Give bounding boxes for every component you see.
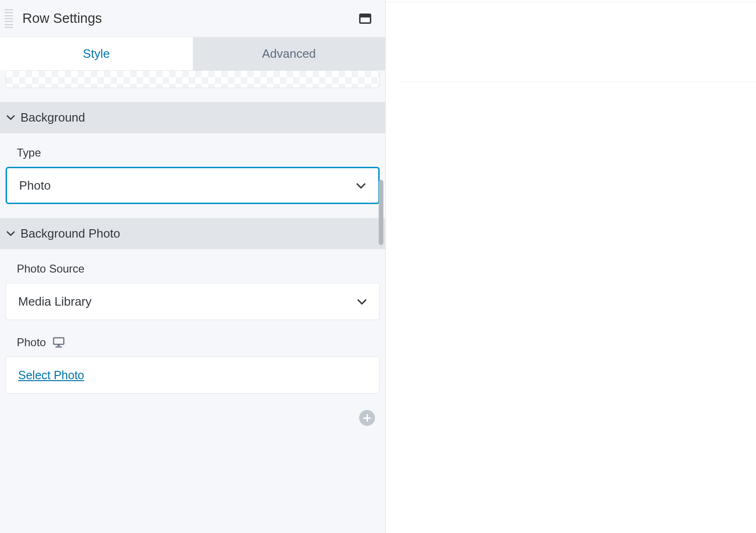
svg-rect-4 xyxy=(55,347,62,348)
photo-source-select[interactable]: Media Library xyxy=(6,283,380,320)
panel-title: Row Settings xyxy=(22,11,102,26)
divider xyxy=(386,2,756,2)
section-header-background[interactable]: Background xyxy=(0,102,385,133)
field-label-photo: Photo xyxy=(6,336,380,349)
field-label-type: Type xyxy=(6,146,380,159)
section-body-background-photo: Photo Source Media Library Photo xyxy=(0,249,385,408)
tab-style[interactable]: Style xyxy=(0,37,193,70)
svg-rect-2 xyxy=(54,338,64,344)
divider xyxy=(400,81,756,82)
transparency-checker xyxy=(6,71,379,88)
chevron-down-icon xyxy=(357,296,367,307)
add-button[interactable] xyxy=(359,410,375,426)
window-icon xyxy=(359,14,371,24)
drag-handle[interactable] xyxy=(5,8,14,29)
chevron-down-icon xyxy=(356,180,366,191)
section-body-background: Type Photo xyxy=(0,133,385,218)
section-title: Background Photo xyxy=(20,226,120,241)
canvas-area xyxy=(386,0,756,533)
scrollbar-thumb[interactable] xyxy=(379,180,383,245)
svg-rect-1 xyxy=(360,14,371,17)
select-photo-link[interactable]: Select Photo xyxy=(18,369,84,382)
photo-label-text: Photo xyxy=(17,336,46,349)
section-title: Background xyxy=(20,110,85,125)
tabs: Style Advanced xyxy=(0,37,385,70)
type-select[interactable]: Photo xyxy=(6,167,380,204)
chevron-down-icon xyxy=(7,230,15,238)
settings-panel: Row Settings Style Advanced Background T… xyxy=(0,0,386,533)
tab-advanced[interactable]: Advanced xyxy=(193,37,386,70)
panel-header: Row Settings xyxy=(0,0,385,37)
svg-rect-3 xyxy=(57,344,60,346)
panel-body[interactable]: Background Type Photo Background Photo P… xyxy=(0,70,385,533)
color-preview-remnant xyxy=(6,70,380,88)
maximize-button[interactable] xyxy=(359,14,371,24)
select-photo-box[interactable]: Select Photo xyxy=(6,356,380,394)
field-label-photo-source: Photo Source xyxy=(6,262,380,275)
desktop-icon[interactable] xyxy=(53,337,65,348)
section-header-background-photo[interactable]: Background Photo xyxy=(0,218,385,249)
photo-source-value: Media Library xyxy=(18,294,92,309)
chevron-down-icon xyxy=(7,114,15,122)
type-select-value: Photo xyxy=(19,178,51,193)
